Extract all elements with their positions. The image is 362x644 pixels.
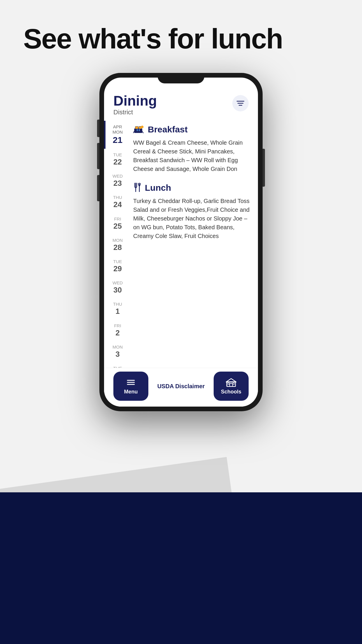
meal-header: Breakfast (133, 124, 251, 135)
meal-title: Lunch (145, 183, 171, 193)
menu-nav-button[interactable]: Menu (113, 372, 148, 401)
main-area: AprMON21TUE22WED23THU24FRI25MON28TUE29WE… (104, 121, 258, 368)
menu-nav-label: Menu (124, 389, 138, 395)
date-day-name: MON (113, 344, 123, 350)
svg-line-7 (142, 132, 143, 133)
date-item[interactable]: WED23 (104, 170, 130, 191)
svg-rect-8 (137, 129, 138, 131)
breakfast-icon (133, 124, 144, 135)
background-bottom (0, 492, 362, 644)
date-day-name: THU (113, 195, 122, 200)
date-number: 21 (113, 135, 122, 145)
date-day-name: FRI (114, 323, 121, 328)
meal-title: Breakfast (148, 125, 188, 134)
date-item[interactable]: TUE29 (104, 256, 130, 277)
date-item[interactable]: FRI2 (104, 320, 130, 341)
side-button-volume-down (97, 143, 99, 169)
date-sidebar: AprMON21TUE22WED23THU24FRI25MON28TUE29WE… (104, 121, 130, 368)
usda-area: USDA Disclaimer (148, 383, 214, 390)
date-number: 24 (113, 200, 122, 209)
date-item[interactable]: THU1 (104, 298, 130, 319)
date-item[interactable]: THU24 (104, 191, 130, 213)
side-button-power (263, 149, 265, 187)
svg-line-6 (133, 132, 134, 133)
filter-icon (236, 100, 245, 107)
phone-notch (158, 73, 204, 83)
side-button-volume-up (97, 120, 99, 137)
date-number: 3 (115, 350, 120, 359)
date-day-name: FRI (114, 216, 121, 222)
header-text: Dining District (113, 94, 157, 116)
svg-rect-3 (134, 128, 142, 133)
date-number: 25 (113, 222, 122, 231)
phone-screen: Dining District AprMON21TUE22WED23THU24F… (104, 78, 258, 407)
date-number: 28 (113, 243, 122, 252)
date-number: 23 (113, 179, 122, 188)
meal-description: Turkey & Cheddar Roll-up, Garlic Bread T… (133, 197, 251, 240)
meal-description: WW Bagel & Cream Cheese, Whole Grain Cer… (133, 138, 251, 173)
date-day-name: WED (113, 174, 123, 179)
app-subtitle: District (113, 108, 157, 116)
meal-section: BreakfastWW Bagel & Cream Cheese, Whole … (133, 124, 251, 173)
app-header: Dining District (104, 78, 258, 121)
svg-rect-4 (135, 126, 138, 129)
meal-header: Lunch (133, 183, 251, 193)
date-item[interactable]: MON28 (104, 234, 130, 256)
date-number: 29 (113, 264, 122, 273)
date-item[interactable]: FRI25 (104, 213, 130, 234)
date-day-name: TUE (113, 366, 122, 368)
date-day-name: TUE (113, 152, 122, 158)
phone-frame: Dining District AprMON21TUE22WED23THU24F… (99, 73, 263, 411)
date-item[interactable]: TUE4 (104, 362, 130, 368)
date-number: 1 (115, 307, 120, 316)
date-day-name: THU (113, 302, 122, 307)
date-item[interactable]: AprMON21 (104, 121, 130, 149)
filter-button[interactable] (232, 95, 249, 111)
svg-point-10 (141, 126, 144, 128)
svg-rect-9 (139, 129, 140, 131)
meal-content: BreakfastWW Bagel & Cream Cheese, Whole … (130, 121, 258, 368)
date-day-name: MON (113, 238, 123, 243)
screen-content: Dining District AprMON21TUE22WED23THU24F… (104, 78, 258, 407)
date-day-name: TUE (113, 259, 122, 264)
date-day-name: MON (113, 130, 123, 135)
schools-nav-label: Schools (221, 389, 241, 395)
usda-disclaimer-link[interactable]: USDA Disclaimer (154, 383, 208, 390)
date-number: 30 (113, 286, 122, 295)
date-item[interactable]: WED30 (104, 277, 130, 298)
app-title: Dining (113, 94, 157, 108)
schools-nav-button[interactable]: Schools (214, 372, 249, 401)
date-number: 2 (115, 328, 120, 337)
lunch-icon (133, 183, 141, 193)
date-item[interactable]: MON3 (104, 341, 130, 362)
school-icon (226, 378, 236, 387)
date-item[interactable]: TUE22 (104, 149, 130, 170)
svg-rect-23 (233, 383, 234, 384)
page-headline: See what's for lunch (23, 23, 283, 54)
menu-icon (126, 378, 136, 387)
date-month: Apr (113, 124, 122, 130)
date-day-name: WED (113, 280, 123, 286)
date-number: 22 (113, 158, 122, 167)
meal-section: LunchTurkey & Cheddar Roll-up, Garlic Br… (133, 183, 251, 240)
svg-rect-20 (230, 384, 233, 386)
side-button-silent (97, 175, 99, 201)
svg-rect-22 (228, 383, 229, 384)
bottom-bar: Menu USDA Disclaimer Schools (104, 368, 258, 407)
